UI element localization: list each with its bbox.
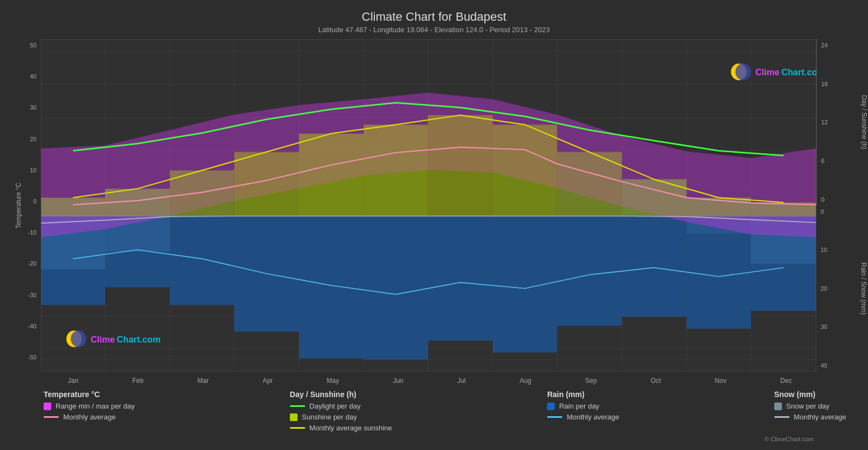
month-feb: Feb xyxy=(132,377,144,385)
y-right-bottom-30: 30 xyxy=(821,323,857,330)
legend-snow-bar: Snow per day xyxy=(774,402,846,410)
y-right-top-label: Day / Sunshine (h) xyxy=(860,95,867,149)
chart-canvas-area: Clime Chart.com Clime Chart.com xyxy=(41,39,816,371)
legend-daylight-line xyxy=(290,405,305,407)
month-dec: Dec xyxy=(780,377,792,385)
legend-sunshine-avg: Monthly average sunshine xyxy=(290,424,392,432)
month-nov: Nov xyxy=(715,377,726,385)
legend-temp-range-label: Range min / max per day xyxy=(56,402,135,410)
legend-sunshine-avg-label: Monthly average sunshine xyxy=(309,424,392,432)
legend-temp-avg-line xyxy=(44,416,59,418)
legend-sunshine-title: Day / Sunshine (h) xyxy=(290,390,392,399)
legend-temp-range-icon xyxy=(44,403,51,410)
legend-snow-avg-label: Monthly average xyxy=(794,413,846,421)
legend-rain-avg: Monthly average xyxy=(547,413,619,421)
svg-rect-37 xyxy=(687,216,751,329)
legend-snow-bar-icon xyxy=(774,403,782,410)
y-right-top-0: 0 xyxy=(821,196,857,203)
svg-rect-31 xyxy=(299,216,364,358)
y-right-bottom-0: 0 xyxy=(821,208,857,215)
svg-text:Clime: Clime xyxy=(90,334,114,345)
legend-temp-avg: Monthly average xyxy=(44,413,135,421)
legend-rain: Rain (mm) Rain per day Monthly average xyxy=(547,390,619,435)
chart-title: Climate Chart for Budapest xyxy=(11,10,857,24)
legend-temperature: Temperature °C Range min / max per day M… xyxy=(44,390,135,435)
svg-rect-35 xyxy=(557,216,622,326)
svg-point-56 xyxy=(71,331,86,347)
x-axis: Jan Feb Mar Apr May Jun Jul Aug Sep Oct … xyxy=(11,375,819,387)
legend-snow-avg: Monthly average xyxy=(774,413,846,421)
legend-daylight: Daylight per day xyxy=(290,402,392,410)
legend-rain-bar: Rain per day xyxy=(547,402,619,410)
legend-daylight-label: Daylight per day xyxy=(309,402,361,410)
svg-text:Chart.com: Chart.com xyxy=(781,67,816,78)
y-right-bottom-20: 20 xyxy=(821,285,857,292)
y-right-bottom-10: 10 xyxy=(821,247,857,253)
legend-snow-title: Snow (mm) xyxy=(774,390,846,399)
legend-sunshine-bar-label: Sunshine per day xyxy=(302,413,357,421)
copyright: © ClimeChart.com xyxy=(11,436,857,445)
y-axis-left: Temperature °C 50 40 30 20 10 0 -10 -20 … xyxy=(11,39,41,371)
legend-temp-range: Range min / max per day xyxy=(44,402,135,410)
svg-rect-36 xyxy=(622,216,687,317)
legend-rain-avg-line xyxy=(547,416,562,418)
month-apr: Apr xyxy=(263,377,273,385)
svg-text:Clime: Clime xyxy=(755,67,779,78)
legend-rain-bar-label: Rain per day xyxy=(559,402,599,410)
svg-text:Chart.com: Chart.com xyxy=(117,334,160,345)
month-mar: Mar xyxy=(197,377,209,385)
legend-sunshine-bar: Sunshine per day xyxy=(290,413,392,421)
month-jun: Jun xyxy=(393,377,403,385)
month-jul: Jul xyxy=(457,377,465,385)
legend-temp-title: Temperature °C xyxy=(44,390,135,399)
legend-snow-bar-label: Snow per day xyxy=(786,402,830,410)
legend-sunshine-avg-line xyxy=(290,427,305,429)
chart-subtitle: Latitude 47.487 - Longitude 19.064 - Ele… xyxy=(11,26,857,34)
legend-snow-avg-line xyxy=(774,416,790,418)
svg-rect-32 xyxy=(364,216,428,359)
y-right-bottom-40: 40 xyxy=(821,362,857,369)
legend-rain-title: Rain (mm) xyxy=(547,390,619,399)
y-right-top-6: 6 xyxy=(821,158,857,164)
y-left-label: Temperature °C xyxy=(15,182,22,228)
month-oct: Oct xyxy=(651,377,661,385)
month-jan: Jan xyxy=(68,377,78,385)
legend-snow: Snow (mm) Snow per day Monthly average xyxy=(774,390,846,435)
y-right-top-18: 18 xyxy=(821,81,857,87)
svg-rect-29 xyxy=(170,216,234,305)
y-right-top-12: 12 xyxy=(821,119,857,125)
svg-rect-33 xyxy=(428,216,493,340)
y-right-bottom-label: Rain / Snow (mm) xyxy=(860,262,867,315)
svg-point-60 xyxy=(736,64,751,80)
legend-rain-avg-label: Monthly average xyxy=(567,413,619,421)
svg-rect-34 xyxy=(493,216,557,352)
legend-sunshine-bar-icon xyxy=(290,413,298,421)
legend-temp-avg-label: Monthly average xyxy=(63,413,116,421)
legend-rain-bar-icon xyxy=(547,403,555,410)
legend-sunshine: Day / Sunshine (h) Daylight per day Suns… xyxy=(290,390,392,435)
month-aug: Aug xyxy=(520,377,531,385)
month-sep: Sep xyxy=(585,377,597,385)
y-right-top-24: 24 xyxy=(821,42,857,49)
month-may: May xyxy=(327,377,339,385)
